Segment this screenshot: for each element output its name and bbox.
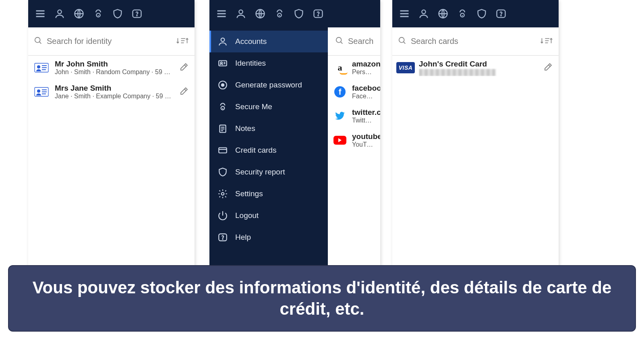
help-icon[interactable] xyxy=(495,8,507,19)
nav-label: Secure Me xyxy=(235,102,272,111)
menu-icon[interactable] xyxy=(216,8,227,19)
account-item[interactable]: twitter.c Twitter A xyxy=(328,104,380,128)
nav-label: Identities xyxy=(235,59,266,68)
generate-icon xyxy=(217,80,228,90)
help-icon[interactable] xyxy=(313,8,324,19)
youtube-icon xyxy=(333,134,346,147)
edit-icon[interactable] xyxy=(543,62,553,73)
account-title: youtube xyxy=(352,132,375,141)
account-title: amazon xyxy=(352,60,375,68)
svg-point-63 xyxy=(399,37,404,42)
nav-logout[interactable]: Logout xyxy=(209,205,328,226)
shield-icon[interactable] xyxy=(112,8,123,19)
account-subtitle: Twitter A xyxy=(352,117,375,124)
caption-banner: Vous pouvez stocker des informations d'i… xyxy=(8,265,636,332)
accounts-icon xyxy=(217,36,228,47)
accounts-icon[interactable] xyxy=(54,8,65,19)
identity-item-text: Mr John Smith John · Smith · Random Comp… xyxy=(55,60,174,76)
menu-icon[interactable] xyxy=(35,8,46,19)
account-item[interactable]: a amazon Personal xyxy=(328,56,380,80)
accounts-icon[interactable] xyxy=(418,8,429,19)
account-title: twitter.c xyxy=(352,108,375,117)
edit-icon[interactable] xyxy=(179,86,189,98)
titlebar xyxy=(392,0,559,27)
sort-icon[interactable] xyxy=(540,36,553,47)
svg-point-20 xyxy=(37,89,40,93)
identity-item[interactable]: Mr John Smith John · Smith · Random Comp… xyxy=(28,56,195,80)
globe-icon[interactable] xyxy=(255,8,266,19)
secure-icon[interactable] xyxy=(93,8,104,19)
svg-point-51 xyxy=(222,239,223,239)
account-subtitle: Personal xyxy=(352,68,375,76)
nav-label: Generate password xyxy=(235,81,302,89)
svg-point-9 xyxy=(35,37,40,42)
globe-icon[interactable] xyxy=(437,8,449,19)
nav-help[interactable]: Help xyxy=(209,226,328,248)
svg-rect-34 xyxy=(219,61,227,66)
svg-line-53 xyxy=(341,42,343,44)
nav-credit-cards[interactable]: Credit cards xyxy=(209,139,328,161)
accounts-panel: Accounts Identities Generate password Se… xyxy=(209,0,380,266)
nav-label: Notes xyxy=(235,124,255,133)
nav-security-report[interactable]: Security report xyxy=(209,161,328,183)
card-item[interactable]: VISA John's Credit Card xyxy=(392,56,559,80)
credit-card-icon xyxy=(217,145,228,156)
notes-icon xyxy=(217,123,228,134)
svg-point-32 xyxy=(318,15,318,16)
accounts-icon[interactable] xyxy=(235,8,246,19)
facebook-icon: f xyxy=(333,85,346,98)
nav-identities[interactable]: Identities xyxy=(209,52,328,74)
search-input[interactable] xyxy=(348,37,380,46)
nav-secure-me[interactable]: Secure Me xyxy=(209,96,328,118)
side-nav: Accounts Identities Generate password Se… xyxy=(209,27,328,266)
account-item[interactable]: youtube YouTube xyxy=(328,128,380,152)
identity-card-icon xyxy=(34,60,49,75)
account-text: youtube YouTube xyxy=(352,132,375,148)
secure-icon[interactable] xyxy=(457,8,468,19)
svg-point-57 xyxy=(422,10,425,14)
help-icon[interactable] xyxy=(131,8,143,19)
svg-point-8 xyxy=(137,15,137,16)
menu-icon[interactable] xyxy=(399,8,410,19)
account-subtitle: YouTube xyxy=(352,141,375,148)
nav-label: Logout xyxy=(235,211,259,220)
svg-point-27 xyxy=(239,10,242,14)
svg-point-62 xyxy=(501,15,501,16)
search-icon xyxy=(335,36,344,47)
nav-notes[interactable]: Notes xyxy=(209,118,328,139)
nav-generate-password[interactable]: Generate password xyxy=(209,74,328,96)
account-text: twitter.c Twitter A xyxy=(352,108,375,124)
sort-icon[interactable] xyxy=(176,36,189,47)
svg-point-15 xyxy=(37,65,40,68)
search-bar xyxy=(392,27,559,56)
power-icon xyxy=(217,210,228,221)
secure-icon xyxy=(217,102,228,112)
svg-point-48 xyxy=(222,193,224,195)
globe-icon[interactable] xyxy=(73,8,85,19)
gear-icon xyxy=(217,189,228,199)
account-text: facebook Facebook xyxy=(352,84,375,100)
titlebar xyxy=(28,0,195,27)
account-title: facebook xyxy=(352,84,375,93)
accounts-list-pane: a amazon Personal f facebook Facebook tw… xyxy=(328,27,380,266)
svg-line-64 xyxy=(404,42,406,44)
edit-icon[interactable] xyxy=(179,62,189,73)
identity-title: Mr John Smith xyxy=(55,60,174,68)
shield-icon[interactable] xyxy=(476,8,487,19)
svg-point-52 xyxy=(336,37,342,42)
shield-icon[interactable] xyxy=(293,8,304,19)
account-subtitle: Facebook xyxy=(352,93,375,100)
identities-panel: Mr John Smith John · Smith · Random Comp… xyxy=(28,0,195,266)
identity-title: Mrs Jane Smith xyxy=(55,84,174,93)
nav-accounts[interactable]: Accounts xyxy=(209,31,328,52)
search-input[interactable] xyxy=(411,37,536,46)
card-number-masked xyxy=(419,68,538,76)
nav-label: Security report xyxy=(235,168,285,176)
help-icon xyxy=(217,232,228,243)
account-item[interactable]: f facebook Facebook xyxy=(328,80,380,104)
identity-item[interactable]: Mrs Jane Smith Jane · Smith · Example Co… xyxy=(28,80,195,104)
search-input[interactable] xyxy=(47,37,172,46)
nav-settings[interactable]: Settings xyxy=(209,183,328,205)
secure-icon[interactable] xyxy=(274,8,285,19)
svg-point-35 xyxy=(221,62,222,64)
